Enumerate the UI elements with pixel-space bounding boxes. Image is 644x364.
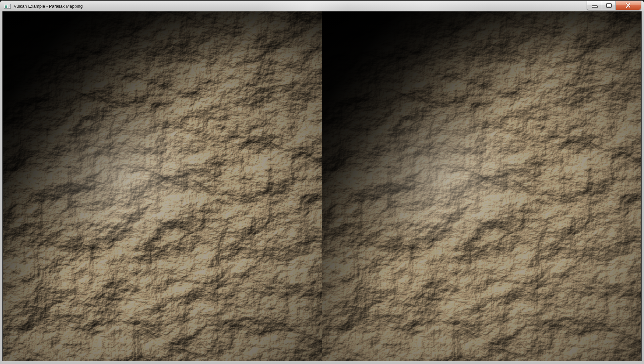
maximize-icon	[606, 3, 612, 8]
window-controls	[587, 1, 641, 10]
minimize-button[interactable]	[587, 1, 602, 10]
close-icon	[625, 3, 631, 8]
rock-render-right	[322, 11, 641, 361]
window-frame	[0, 11, 644, 364]
app-window-icon[interactable]	[4, 4, 11, 9]
title-bar[interactable]: Vulkan Example - Parallax Mapping	[0, 0, 644, 11]
window-title: Vulkan Example - Parallax Mapping	[14, 4, 83, 9]
close-button[interactable]	[616, 1, 641, 10]
app-window: Vulkan Example - Parallax Mapping	[0, 0, 644, 364]
minimize-icon	[592, 5, 598, 8]
viewport-right[interactable]	[322, 11, 641, 361]
viewport-left[interactable]	[3, 11, 322, 361]
rock-render-left	[3, 11, 322, 361]
render-area[interactable]	[3, 11, 641, 361]
maximize-button[interactable]	[602, 1, 616, 10]
